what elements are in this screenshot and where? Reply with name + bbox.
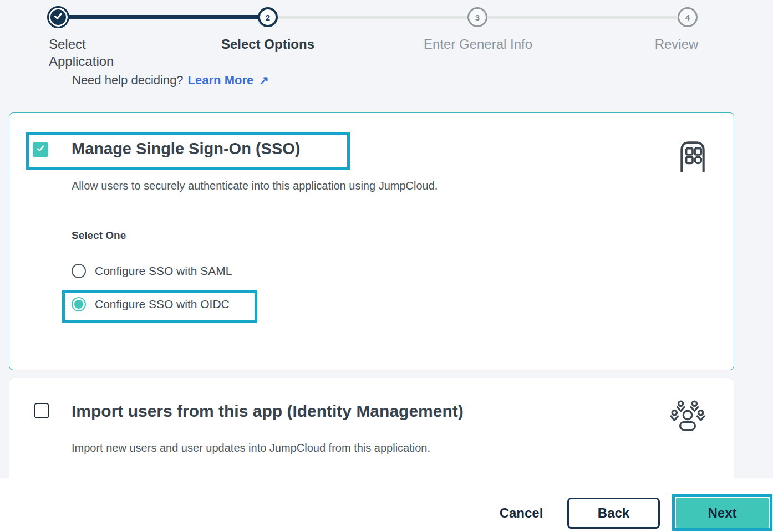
import-card-description: Import new users and user updates into J… bbox=[72, 442, 430, 454]
cancel-button[interactable]: Cancel bbox=[491, 503, 552, 523]
check-icon bbox=[52, 10, 64, 24]
import-users-card: Import users from this app (Identity Man… bbox=[9, 378, 734, 478]
radio-button-unselected[interactable] bbox=[72, 264, 86, 278]
radio-option-saml[interactable]: Configure SSO with SAML bbox=[72, 264, 232, 278]
wizard-footer: Cancel Back Next bbox=[0, 478, 773, 532]
sso-card-description: Allow users to securely authenticate int… bbox=[72, 180, 438, 192]
learn-more-link[interactable]: Learn More bbox=[188, 73, 254, 88]
app-wizard-page: 2 3 4 Select Application Select Options … bbox=[0, 0, 773, 532]
stepper-connector-done bbox=[58, 15, 258, 19]
radio-label-saml: Configure SSO with SAML bbox=[95, 264, 232, 278]
step-1-label: Select Application bbox=[49, 35, 138, 70]
sso-apps-icon bbox=[678, 139, 708, 174]
import-card-title: Import users from this app (Identity Man… bbox=[72, 402, 464, 421]
radio-option-oidc[interactable]: Configure SSO with OIDC bbox=[72, 297, 230, 311]
help-text: Need help deciding? bbox=[72, 73, 184, 88]
radio-dot bbox=[74, 300, 83, 309]
stepper-connector-todo bbox=[487, 16, 678, 19]
sso-option-card: Manage Single Sign-On (SSO) Allow users … bbox=[9, 112, 734, 370]
external-link-icon: ↗ bbox=[259, 74, 269, 87]
step-2-number: 2 bbox=[266, 13, 270, 22]
next-button[interactable]: Next bbox=[676, 498, 769, 528]
sso-checkbox[interactable] bbox=[33, 142, 48, 157]
step-2-label: Select Options bbox=[207, 35, 329, 53]
help-line: Need help deciding? Learn More ↗ bbox=[72, 73, 269, 88]
step-2-circle-active: 2 bbox=[258, 7, 278, 27]
step-4-label: Review bbox=[621, 35, 732, 53]
step-3-label: Enter General Info bbox=[406, 35, 550, 53]
stepper-connector-todo bbox=[278, 16, 467, 19]
wizard-content-area: 2 3 4 Select Application Select Options … bbox=[0, 0, 773, 478]
step-3-circle: 3 bbox=[467, 7, 487, 27]
sso-card-title: Manage Single Sign-On (SSO) bbox=[72, 140, 300, 158]
user-group-icon bbox=[669, 398, 706, 435]
step-3-number: 3 bbox=[475, 13, 480, 22]
import-users-checkbox[interactable] bbox=[34, 403, 49, 418]
back-button[interactable]: Back bbox=[567, 498, 660, 529]
check-icon bbox=[35, 144, 45, 156]
radio-label-oidc: Configure SSO with OIDC bbox=[95, 298, 230, 311]
step-4-number: 4 bbox=[685, 13, 690, 22]
radio-button-selected[interactable] bbox=[72, 297, 86, 311]
step-1-circle-completed[interactable] bbox=[47, 6, 69, 28]
select-one-label: Select One bbox=[72, 229, 126, 242]
step-4-circle: 4 bbox=[678, 7, 698, 27]
